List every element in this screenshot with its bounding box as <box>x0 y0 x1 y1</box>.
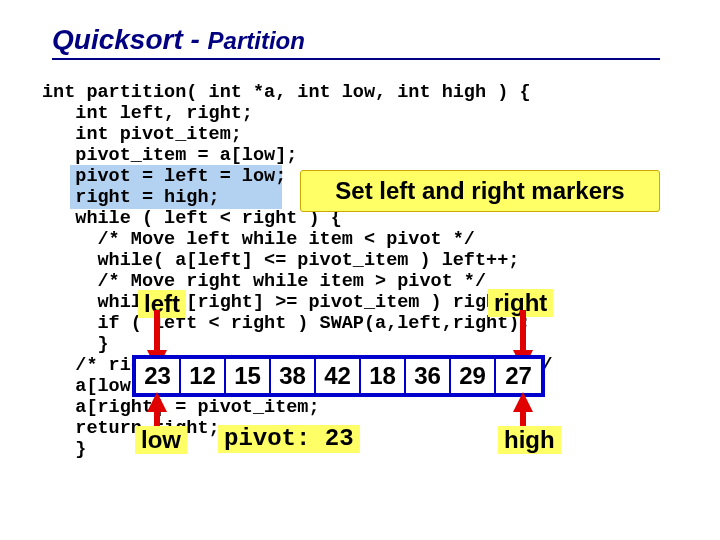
code-listing: int partition( int *a, int low, int high… <box>42 82 553 460</box>
array-cell: 36 <box>406 359 451 393</box>
title-sub: Partition <box>208 27 305 54</box>
array-visual: 23 12 15 38 42 18 36 29 27 <box>132 355 545 397</box>
array-cell: 42 <box>316 359 361 393</box>
array-cell: 18 <box>361 359 406 393</box>
array-cell: 29 <box>451 359 496 393</box>
low-label: low <box>135 426 187 454</box>
array-cell: 23 <box>136 359 181 393</box>
array-cell: 15 <box>226 359 271 393</box>
callout-box: Set left and right markers <box>300 170 660 212</box>
slide-title: Quicksort - Partition <box>52 24 305 56</box>
array-cell: 12 <box>181 359 226 393</box>
title-main: Quicksort - <box>52 24 208 55</box>
callout-text: Set left and right markers <box>335 177 624 205</box>
title-underline <box>52 58 660 60</box>
array-cell: 27 <box>496 359 541 393</box>
array-cell: 38 <box>271 359 316 393</box>
high-label: high <box>498 426 561 454</box>
pivot-label: pivot: 23 <box>218 425 360 453</box>
